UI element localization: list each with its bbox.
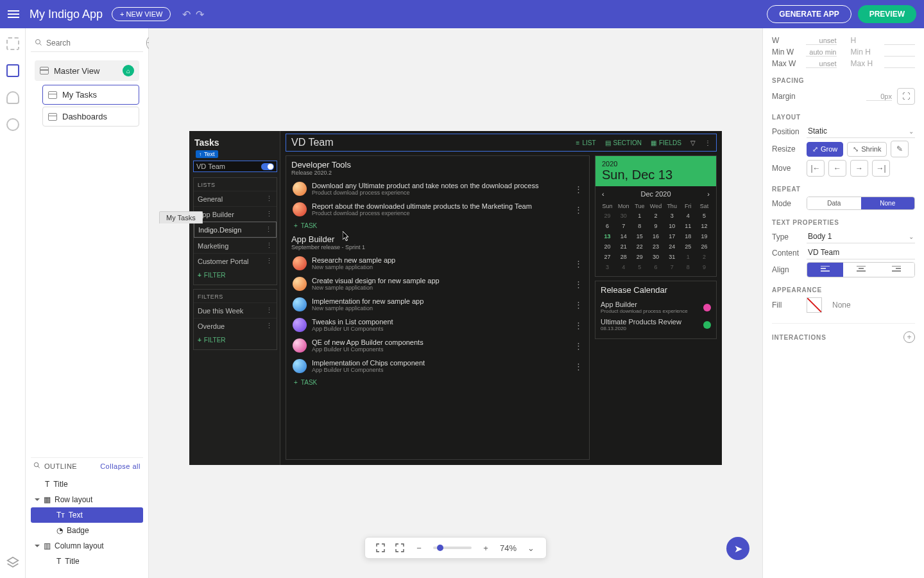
undo-icon[interactable]: ↶ (182, 8, 191, 21)
task-row[interactable]: QE of new App Builder componentsApp Buil… (286, 335, 589, 356)
artboard[interactable]: Tasks ↑Text VD Team LISTS General⋮ App B… (189, 131, 722, 465)
more-icon[interactable]: ⋮ (266, 195, 273, 203)
mode-none-button[interactable]: None (861, 197, 915, 209)
more-icon[interactable]: ⋮ (574, 259, 583, 268)
task-row[interactable]: Research new sample appNew sample applic… (286, 253, 589, 274)
more-icon[interactable]: ⋮ (266, 257, 273, 265)
shrink-button[interactable]: ⤡Shrink (847, 142, 887, 157)
position-dropdown[interactable]: Static⌄ (807, 125, 915, 138)
list-item[interactable]: App Builder⋮ (194, 206, 277, 222)
text-element-chip[interactable]: ↑Text (196, 150, 218, 158)
task-row[interactable]: Create visual design for new sample appN… (286, 274, 589, 294)
move-start-button[interactable]: |← (807, 160, 825, 177)
more-icon[interactable]: ⋮ (574, 300, 583, 310)
generate-app-button[interactable]: GENERATE APP (767, 5, 851, 23)
fill-swatch[interactable] (807, 297, 822, 313)
tree-column-layout[interactable]: ▥Column layout (31, 538, 143, 554)
margin-link-icon[interactable]: ⛶ (897, 88, 915, 105)
data-icon[interactable] (6, 91, 19, 104)
align-left-button[interactable] (807, 263, 843, 277)
move-end-button[interactable]: →| (872, 160, 890, 177)
tree-title-2[interactable]: TTitle (31, 554, 143, 569)
maxh-input[interactable] (884, 60, 915, 68)
edit-resize-button[interactable]: ✎ (891, 141, 909, 157)
more-icon[interactable]: ⋮ (574, 184, 583, 194)
layers-icon[interactable] (6, 556, 19, 569)
prev-month-icon[interactable]: ‹ (602, 190, 604, 198)
add-filter-button[interactable]: +FILTER (194, 333, 277, 347)
list-item[interactable]: Indigo.Design⋮ (194, 222, 277, 238)
align-center-button[interactable] (843, 263, 879, 277)
tree-title[interactable]: TTitle (31, 477, 143, 492)
zoom-out-icon[interactable]: − (414, 543, 424, 553)
maxw-input[interactable] (806, 60, 837, 68)
height-input[interactable] (884, 37, 915, 45)
more-icon[interactable]: ⋮ (266, 322, 273, 330)
task-row[interactable]: Implementation of Chips componentApp Bui… (286, 356, 589, 376)
move-left-button[interactable]: ← (828, 160, 846, 177)
fields-button[interactable]: ▦FIELDS (651, 139, 681, 146)
more-icon[interactable]: ⋮ (574, 341, 583, 351)
redo-icon[interactable]: ↷ (196, 8, 204, 21)
more-icon[interactable]: ⋮ (574, 362, 583, 371)
views-icon[interactable] (6, 64, 19, 77)
margin-input[interactable] (866, 92, 892, 101)
master-view-item[interactable]: Master View ⌂ (35, 60, 139, 81)
zoom-dropdown-icon[interactable]: ⌄ (526, 543, 536, 553)
tree-row-layout[interactable]: ▦Row layout (31, 492, 143, 507)
search-input[interactable] (46, 39, 142, 48)
menu-icon[interactable] (8, 7, 22, 21)
type-dropdown[interactable]: Body 1⌄ (807, 230, 915, 243)
more-icon[interactable]: ⋮ (266, 306, 273, 315)
selected-text-element[interactable]: VD Team (193, 161, 277, 172)
task-row[interactable]: Implementation for new sample appNew sam… (286, 294, 589, 315)
list-view-button[interactable]: ≡LIST (576, 139, 596, 146)
content-input[interactable]: VD Team (807, 246, 915, 259)
add-task-button[interactable]: +TASK (286, 220, 589, 234)
new-view-button[interactable]: + NEW VIEW (112, 7, 171, 21)
zoom-slider[interactable] (433, 547, 472, 549)
tree-text[interactable]: TтText (31, 507, 143, 523)
send-fab[interactable]: ➤ (726, 537, 749, 560)
preview-button[interactable]: PREVIEW (858, 5, 916, 23)
outline-search-icon[interactable] (33, 462, 40, 470)
align-right-button[interactable] (878, 263, 914, 277)
task-row[interactable]: Report about the downloaded ultimate pro… (286, 199, 589, 220)
list-item[interactable]: Customer Portal⋮ (194, 253, 277, 268)
tree-badge[interactable]: ◔Badge (31, 523, 143, 538)
more-icon[interactable]: ⋮ (266, 241, 273, 250)
components-icon[interactable] (6, 37, 19, 50)
list-item[interactable]: General⋮ (194, 191, 277, 206)
theme-icon[interactable] (6, 118, 19, 131)
section-view-button[interactable]: ▤SECTION (605, 139, 642, 146)
view-item-dashboards[interactable]: Dashboards (42, 107, 139, 127)
view-item-my-tasks[interactable]: My Tasks (42, 85, 139, 105)
minw-input[interactable] (806, 48, 837, 57)
move-right-button[interactable]: → (850, 160, 868, 177)
actual-size-icon[interactable] (395, 543, 405, 553)
add-interaction-button[interactable]: + (903, 331, 915, 343)
next-month-icon[interactable]: › (707, 190, 710, 198)
more-icon[interactable]: ⋮ (574, 279, 583, 289)
more-icon[interactable]: ⋮ (266, 210, 273, 218)
release-item[interactable]: Ultimate Products Review08.13.2020 (601, 316, 711, 333)
fit-screen-icon[interactable] (375, 543, 386, 553)
minh-input[interactable] (884, 48, 915, 57)
more-icon[interactable]: ⋮ (265, 225, 272, 234)
add-filter-button[interactable]: +FILTER (194, 268, 277, 282)
task-row[interactable]: Download any Ultimate product and take n… (286, 179, 589, 199)
release-item[interactable]: App BuilderProduct download process expe… (601, 299, 711, 316)
width-input[interactable] (806, 37, 837, 45)
filter-item[interactable]: Overdue⋮ (194, 318, 277, 333)
more-icon[interactable]: ⋮ (574, 320, 583, 330)
more-icon[interactable]: ⋮ (574, 205, 583, 215)
zoom-in-icon[interactable]: + (481, 543, 491, 553)
add-task-button[interactable]: +TASK (286, 376, 589, 391)
grow-button[interactable]: ⤢Grow (807, 142, 843, 157)
list-item[interactable]: Marketing⋮ (194, 238, 277, 253)
collapse-all-link[interactable]: Collapse all (100, 462, 141, 470)
filter-item[interactable]: Due this Week⋮ (194, 302, 277, 318)
canvas-tab[interactable]: My Tasks (159, 211, 203, 223)
task-row[interactable]: Tweaks in List componentApp Builder UI C… (286, 315, 589, 335)
filter-icon[interactable]: ▽ (690, 139, 696, 146)
